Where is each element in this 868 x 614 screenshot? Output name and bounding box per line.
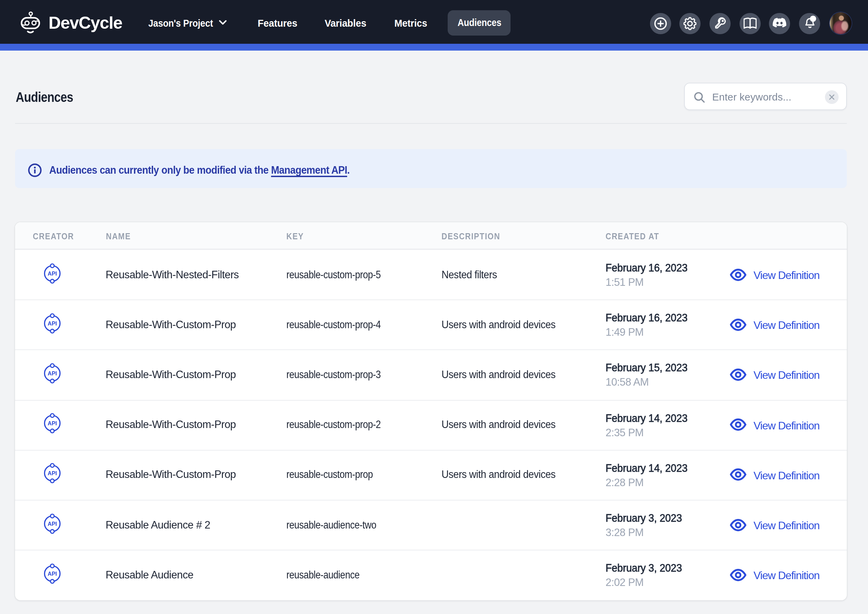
svg-text:API: API — [48, 520, 57, 527]
svg-text:API: API — [48, 570, 57, 577]
svg-text:API: API — [48, 470, 57, 477]
svg-text:API: API — [48, 270, 57, 276]
svg-text:API: API — [48, 421, 57, 427]
svg-text:API: API — [48, 320, 57, 326]
svg-text:API: API — [48, 370, 57, 376]
